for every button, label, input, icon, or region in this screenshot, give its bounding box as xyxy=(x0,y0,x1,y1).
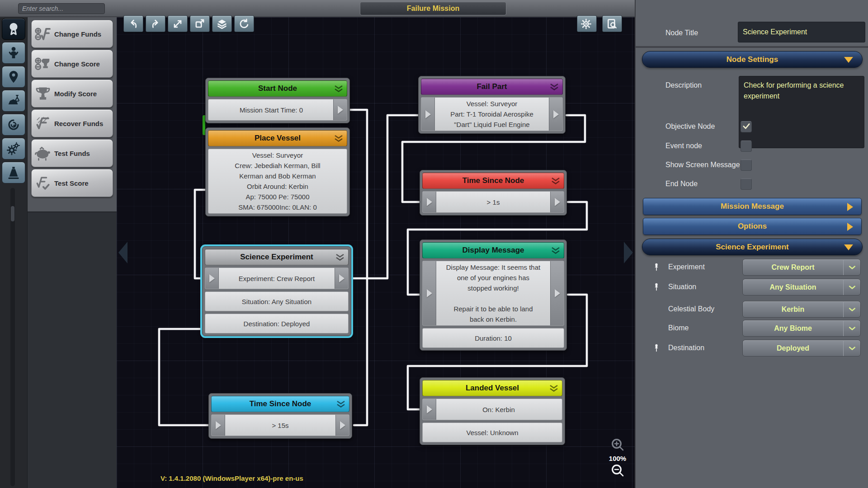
collapse-right-tab[interactable] xyxy=(624,242,633,263)
frame-button[interactable] xyxy=(190,15,210,32)
node-header[interactable]: Time Since Node xyxy=(211,396,349,412)
output-connector[interactable] xyxy=(335,415,349,436)
output-connector[interactable] xyxy=(335,268,348,289)
node-title-input[interactable] xyxy=(738,22,865,42)
node-landed-vessel[interactable]: Landed VesselOn: KerbinVessel: Unknown xyxy=(420,377,565,445)
options-button[interactable]: Options xyxy=(643,218,862,235)
situation-dropdown[interactable]: Any Situation xyxy=(742,279,861,296)
undo-button[interactable] xyxy=(123,15,143,32)
graph-canvas[interactable]: Start NodeMission Start Time: 0Place Ves… xyxy=(117,17,635,488)
catalog-item[interactable]: Modify Score xyxy=(31,80,113,108)
node-time-since-1[interactable]: Time Since Node> 1s xyxy=(420,170,567,216)
rail-swirl-tab[interactable] xyxy=(2,114,25,136)
pin-icon[interactable] xyxy=(652,282,661,291)
biome-dropdown[interactable]: Any Biome xyxy=(742,320,861,337)
output-connector[interactable] xyxy=(549,98,562,131)
rail-scrollbar[interactable] xyxy=(10,188,15,486)
node-header[interactable]: Time Since Node xyxy=(422,173,564,189)
end-node-checkbox[interactable] xyxy=(741,178,752,190)
node-header[interactable]: Display Message xyxy=(422,242,564,258)
node-row[interactable]: > 15s xyxy=(211,414,349,436)
rail-award-tab[interactable] xyxy=(2,18,25,40)
node-header[interactable]: Fail Part xyxy=(421,79,563,95)
zoom-in-icon[interactable] xyxy=(604,437,631,454)
node-header[interactable]: Place Vessel xyxy=(208,130,347,146)
rail-kerbal-tab[interactable] xyxy=(2,42,25,64)
node-row[interactable]: Vessel: SurveyorCrew: Jebediah Kerman, B… xyxy=(208,149,347,214)
description-input[interactable]: Check for performing a science experimen… xyxy=(739,76,864,148)
output-connector[interactable] xyxy=(333,99,347,120)
collapse-chevron-icon[interactable] xyxy=(549,385,559,393)
catalog-item[interactable]: Recover Funds xyxy=(31,109,113,137)
layers-button[interactable] xyxy=(212,15,232,32)
input-connector[interactable] xyxy=(205,268,219,289)
node-header[interactable]: Science Experiment xyxy=(205,249,349,265)
collapse-chevron-icon[interactable] xyxy=(551,247,561,255)
chevron-down-icon[interactable] xyxy=(843,259,860,275)
event-node-checkbox[interactable] xyxy=(741,141,752,152)
gear-play-button[interactable] xyxy=(577,15,597,32)
celestial-body-dropdown[interactable]: Kerbin xyxy=(742,301,861,318)
node-row[interactable]: Vessel: SurveyorPart: T-1 Toroidal Aeros… xyxy=(421,97,563,131)
input-connector[interactable] xyxy=(212,415,225,436)
experiment-dropdown[interactable]: Crew Report xyxy=(742,259,861,276)
catalog-item[interactable]: Test Score xyxy=(31,169,113,197)
node-start[interactable]: Start NodeMission Start Time: 0 xyxy=(205,78,350,123)
input-connector[interactable] xyxy=(423,192,436,212)
rail-engine-tab[interactable] xyxy=(2,162,25,183)
collapse-chevron-icon[interactable] xyxy=(334,85,344,93)
chevron-down-icon[interactable] xyxy=(843,301,860,317)
rail-location-tab[interactable] xyxy=(2,66,25,88)
destination-dropdown[interactable]: Deployed xyxy=(742,340,861,357)
mission-message-button[interactable]: Mission Message xyxy=(643,198,862,215)
redo-button[interactable] xyxy=(146,15,165,32)
node-place-vessel[interactable]: Place VesselVessel: SurveyorCrew: Jebedi… xyxy=(205,127,350,216)
doc-search-button[interactable] xyxy=(602,15,622,32)
rail-gears-tab[interactable] xyxy=(2,138,25,160)
show-screen-message-checkbox[interactable] xyxy=(741,160,752,171)
node-settings-header[interactable]: Node Settings xyxy=(642,51,863,68)
pin-icon[interactable] xyxy=(652,263,661,272)
output-connector[interactable] xyxy=(550,261,564,325)
pin-icon[interactable] xyxy=(652,343,661,352)
chevron-down-icon[interactable] xyxy=(843,279,860,295)
output-connector[interactable] xyxy=(550,192,564,212)
collapse-chevron-icon[interactable] xyxy=(334,135,344,143)
node-science-experiment[interactable]: Science ExperimentExperiment: Crew Repor… xyxy=(202,246,351,336)
collapse-chevron-icon[interactable] xyxy=(336,400,346,408)
collapse-left-tab[interactable] xyxy=(118,242,127,263)
objective-node-checkbox[interactable] xyxy=(741,121,752,132)
node-display-message[interactable]: Display MessageDisplay Message: It seems… xyxy=(420,239,567,351)
node-row[interactable]: Experiment: Crew Report xyxy=(205,267,349,289)
expand-button[interactable] xyxy=(168,15,188,32)
node-row[interactable]: Duration: 10 xyxy=(422,328,564,348)
node-row[interactable]: Mission Start Time: 0 xyxy=(208,99,347,121)
collapse-chevron-icon[interactable] xyxy=(551,177,561,185)
node-row[interactable]: On: Kerbin xyxy=(422,399,562,420)
catalog-item[interactable]: Test Funds xyxy=(31,139,113,167)
catalog-item[interactable]: Change Score xyxy=(31,50,113,78)
node-row[interactable]: Destination: Deployed xyxy=(205,314,349,333)
node-row[interactable]: > 1s xyxy=(422,191,564,213)
chevron-down-icon[interactable] xyxy=(843,340,860,356)
search-input[interactable] xyxy=(18,3,105,14)
input-connector[interactable] xyxy=(423,261,436,325)
node-header[interactable]: Start Node xyxy=(208,80,347,97)
zoom-out-icon[interactable] xyxy=(604,463,631,479)
reset-view-button[interactable] xyxy=(234,15,254,32)
chevron-down-icon[interactable] xyxy=(843,320,860,336)
input-connector[interactable] xyxy=(421,98,435,131)
node-row[interactable]: Vessel: Unknown xyxy=(422,422,562,442)
node-row[interactable]: Display Message: It seems thatone of you… xyxy=(422,261,564,326)
rail-scroll-thumb[interactable] xyxy=(11,206,14,221)
node-row[interactable]: Situation: Any Situation xyxy=(205,291,349,311)
node-fail-part[interactable]: Fail PartVessel: SurveyorPart: T-1 Toroi… xyxy=(418,76,566,134)
catalog-item[interactable]: Change Funds xyxy=(31,20,113,48)
input-connector[interactable] xyxy=(423,399,436,420)
collapse-chevron-icon[interactable] xyxy=(549,83,559,91)
science-experiment-header[interactable]: Science Experiment xyxy=(642,239,863,255)
node-time-since-15[interactable]: Time Since Node> 15s xyxy=(208,393,352,439)
rail-science-tab[interactable] xyxy=(2,90,25,112)
node-header[interactable]: Landed Vessel xyxy=(422,380,562,396)
collapse-chevron-icon[interactable] xyxy=(335,253,345,262)
